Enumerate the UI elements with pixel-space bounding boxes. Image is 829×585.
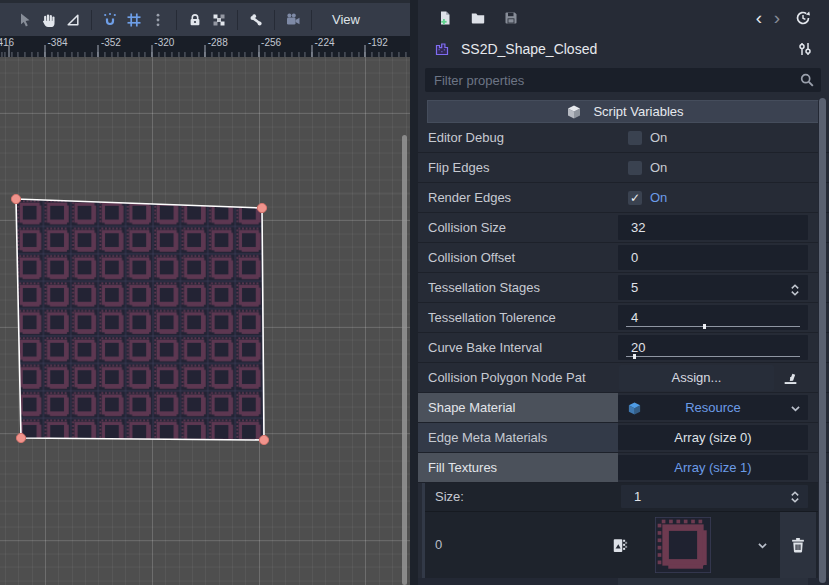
- ruler-tick-label: -192: [368, 37, 388, 48]
- property-row: Tessellation Stages5: [418, 273, 829, 303]
- section-script-variables[interactable]: Script Variables: [427, 100, 819, 123]
- camera-icon[interactable]: [285, 11, 302, 28]
- canvas-viewport: -416-384-352-320-288-256-224-192 View: [0, 0, 410, 585]
- spinner-arrows-icon[interactable]: [787, 282, 803, 298]
- slider-field[interactable]: 20: [618, 335, 808, 360]
- checkbox[interactable]: [628, 161, 642, 175]
- search-icon: [798, 72, 815, 89]
- fill-textures-array-editor: Size: 1 0: [422, 483, 821, 578]
- spinner-arrows-icon[interactable]: [787, 489, 803, 505]
- property-label: Flip Edges: [418, 153, 618, 182]
- checkbox[interactable]: [628, 131, 642, 145]
- ruler-tick-label: -224: [315, 37, 335, 48]
- shape-fill[interactable]: [16, 199, 264, 440]
- vertex-handle[interactable]: [16, 433, 25, 442]
- inspector-scrollbar[interactable]: [818, 98, 826, 583]
- inspector-panel: ‹› SS2D_Shape_Closed Script Variables Ed…: [418, 0, 829, 585]
- property-label: Tessellation Tolerence: [418, 303, 618, 332]
- texture-preview[interactable]: [655, 517, 711, 573]
- panel-divider[interactable]: [410, 0, 418, 585]
- object-cube-icon: [566, 103, 583, 120]
- delete-item-button[interactable]: [780, 512, 816, 578]
- property-row: Render Edges✓On: [418, 183, 829, 213]
- property-label: Shape Material: [418, 393, 618, 422]
- property-label: Edge Meta Materials: [418, 423, 618, 452]
- property-value: Resource: [618, 393, 808, 422]
- property-label: Editor Debug: [418, 123, 618, 152]
- resource-field[interactable]: Resource: [618, 395, 808, 420]
- property-value: ✓On: [618, 183, 808, 212]
- property-value: Array (size 0): [618, 423, 808, 452]
- canvas-toolbar: View: [0, 3, 410, 36]
- property-label: Collision Offset: [418, 243, 618, 272]
- chevron-down-icon[interactable]: [755, 538, 770, 553]
- array-item-row: 0: [425, 512, 821, 578]
- assign-button[interactable]: Assign...: [619, 365, 774, 391]
- history-back-button[interactable]: ‹: [750, 10, 768, 26]
- property-value: Array (size 1): [618, 453, 808, 482]
- resource-name: Resource: [618, 395, 808, 421]
- slider-track[interactable]: [626, 356, 800, 357]
- smart-snap-icon[interactable]: [102, 11, 119, 28]
- array-size-field[interactable]: 1: [621, 485, 808, 508]
- shape-polygon[interactable]: [0, 57, 410, 585]
- property-row: Fill TexturesArray (size 1): [418, 453, 829, 483]
- property-row: Collision Offset0: [418, 243, 829, 273]
- property-value: 5: [618, 273, 808, 302]
- value-field[interactable]: 5: [618, 275, 808, 300]
- slider-track[interactable]: [626, 326, 800, 327]
- node-shape-icon: [434, 41, 451, 58]
- bone-icon[interactable]: [248, 11, 265, 28]
- array-field[interactable]: Array (size 1): [618, 455, 808, 480]
- property-label: Fill Textures: [418, 453, 618, 482]
- property-value: 20: [618, 333, 808, 362]
- value-field[interactable]: 0: [618, 245, 808, 270]
- property-row: Shape MaterialResource: [418, 393, 829, 423]
- view-menu[interactable]: View: [324, 9, 368, 30]
- new-resource-icon[interactable]: [436, 10, 453, 27]
- ruler-tool-icon[interactable]: [65, 11, 82, 28]
- checkbox-checked[interactable]: ✓: [628, 191, 642, 205]
- history-forward-button[interactable]: ›: [768, 10, 786, 26]
- grid-snap-icon[interactable]: [126, 11, 143, 28]
- property-value: 32: [618, 213, 808, 242]
- edit-image-icon[interactable]: [611, 537, 628, 554]
- property-row: Flip EdgesOn: [418, 153, 829, 183]
- inspector-tools-icon[interactable]: [797, 41, 814, 58]
- group-icon[interactable]: [211, 11, 228, 28]
- vertex-handle[interactable]: [11, 194, 20, 203]
- array-item-index: 0: [435, 512, 442, 578]
- field-value: 5: [631, 275, 638, 301]
- load-resource-icon[interactable]: [469, 10, 486, 27]
- value-field[interactable]: 32: [618, 215, 808, 240]
- checkbox-label: On: [650, 153, 667, 183]
- toolbar-separator: [274, 10, 275, 30]
- clear-node-path-icon[interactable]: [782, 369, 800, 387]
- canvas-vertical-scrollbar[interactable]: [402, 135, 407, 585]
- pan-tool-icon[interactable]: [41, 11, 58, 28]
- property-label: Collision Polygon Node Pat: [418, 363, 618, 392]
- property-row: Curve Bake Interval20: [418, 333, 829, 363]
- property-label: Render Edges: [418, 183, 618, 212]
- chevron-down-icon[interactable]: [788, 401, 803, 416]
- field-value: 0: [631, 245, 638, 271]
- array-field[interactable]: Array (size 0): [618, 425, 808, 450]
- slider-grabber[interactable]: [633, 354, 636, 359]
- filter-properties-input[interactable]: [425, 73, 795, 88]
- slider-grabber[interactable]: [703, 324, 706, 329]
- select-tool-icon[interactable]: [17, 11, 34, 28]
- property-value: 4: [618, 303, 808, 332]
- lock-icon[interactable]: [187, 11, 204, 28]
- vertex-handle[interactable]: [257, 203, 266, 212]
- ruler-tick-label: -352: [101, 37, 121, 48]
- checkbox-label: On: [650, 123, 667, 153]
- save-resource-icon[interactable]: [502, 10, 519, 27]
- slider-field[interactable]: 4: [618, 305, 808, 330]
- history-icon[interactable]: [794, 10, 811, 27]
- property-row: Collision Size32: [418, 213, 829, 243]
- vertex-handle[interactable]: [259, 435, 268, 444]
- ruler-tick-label: -288: [208, 37, 228, 48]
- toolbar-separator: [176, 10, 177, 30]
- toolbar-separator: [237, 10, 238, 30]
- snap-options-dots-icon[interactable]: [150, 11, 167, 28]
